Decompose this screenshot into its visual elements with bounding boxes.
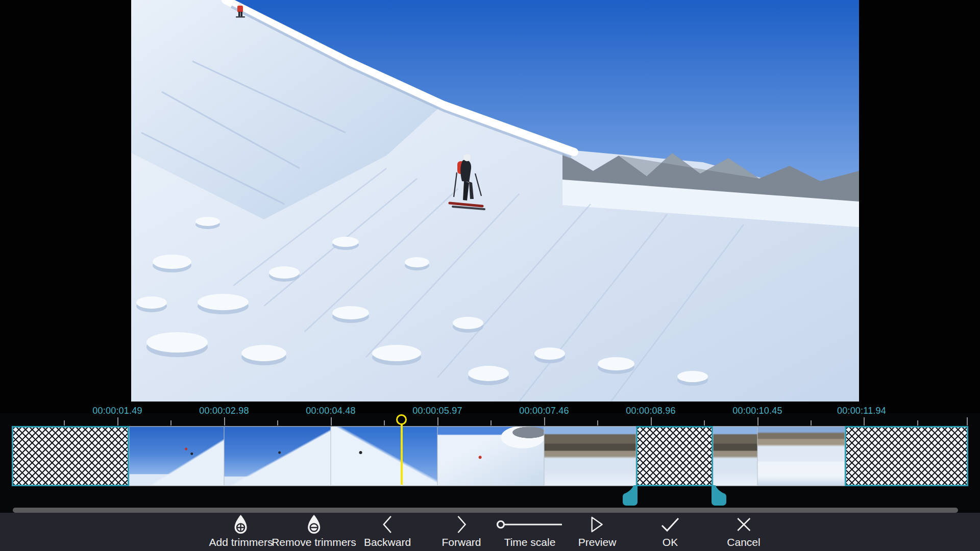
timeline-timestamp: 00:00:07.46 xyxy=(519,406,569,416)
ruler-tick xyxy=(544,417,545,425)
add-trimmers-button[interactable]: Add trimmers xyxy=(209,513,273,551)
cancel-button[interactable]: Cancel xyxy=(727,513,760,551)
playhead[interactable] xyxy=(396,414,407,425)
ruler-tick xyxy=(331,417,332,425)
toolbar-button-label: Cancel xyxy=(727,537,760,547)
ruler-tick xyxy=(384,420,385,425)
filmstrip-thumbnail[interactable] xyxy=(544,427,636,486)
backward-button[interactable]: Backward xyxy=(364,513,411,551)
timeline-timestamp: 00:00:02.98 xyxy=(199,406,249,416)
preview-button[interactable]: Preview xyxy=(578,513,617,551)
play-outline-icon xyxy=(590,516,604,533)
timeline-timestamp: 00:00:10.45 xyxy=(732,406,782,416)
add-trimmers-icon xyxy=(233,514,249,535)
ruler-tick xyxy=(757,417,758,425)
filmstrip-thumbnail[interactable] xyxy=(757,427,845,486)
timeline-timestamp: 00:00:04.48 xyxy=(306,406,355,416)
toolbar-button-label: Remove trimmers xyxy=(272,537,356,547)
trimmed-region-middle[interactable] xyxy=(636,426,713,486)
filmstrip[interactable] xyxy=(12,426,968,486)
playhead-line xyxy=(401,423,403,485)
ruler-tick xyxy=(597,420,598,425)
toolbar-button-label: Preview xyxy=(578,537,617,547)
toolbar-button-label: Time scale xyxy=(504,537,556,547)
remove-trimmers-button[interactable]: Remove trimmers xyxy=(272,513,356,551)
ruler-tick xyxy=(277,420,278,425)
ruler-tick xyxy=(864,417,865,425)
ruler-tick xyxy=(491,420,492,425)
video-preview xyxy=(131,0,859,402)
ruler-tick xyxy=(967,417,968,425)
chevron-right-icon xyxy=(455,515,468,534)
ruler-tick xyxy=(170,420,172,425)
ruler-tick xyxy=(651,417,652,425)
close-icon xyxy=(736,516,752,533)
ruler-tick xyxy=(64,420,65,425)
toolbar-button-label: Forward xyxy=(442,537,481,547)
toolbar-button-label: Add trimmers xyxy=(209,537,273,547)
chevron-left-icon xyxy=(381,515,394,534)
filmstrip-thumbnail[interactable] xyxy=(224,427,331,486)
timeline-timestamp: 00:00:08.96 xyxy=(626,406,675,416)
trim-video-screen: 00:00:01.49 00:00:02.98 00:00:04.48 00:0… xyxy=(0,0,980,551)
toolbar-button-label: OK xyxy=(663,537,678,547)
trimmed-region-start[interactable] xyxy=(12,426,129,486)
toolbar-button-label: Backward xyxy=(364,537,411,547)
ruler-tick xyxy=(117,417,118,425)
filmstrip-thumbnail[interactable] xyxy=(713,427,757,486)
timeline-timestamp: 00:00:11.94 xyxy=(837,406,886,416)
ruler-tick xyxy=(704,420,705,425)
ruler-tick xyxy=(917,420,918,425)
filmstrip-thumbnail[interactable] xyxy=(331,427,437,486)
time-scale-slider-icon xyxy=(496,519,564,530)
filmstrip-thumbnail[interactable] xyxy=(129,427,224,486)
remove-trimmers-icon xyxy=(306,514,322,535)
trim-handle-right[interactable] xyxy=(711,485,726,506)
timeline-scrollbar[interactable] xyxy=(13,508,958,513)
filmstrip-thumbnail[interactable] xyxy=(437,427,544,486)
ruler-tick xyxy=(811,420,812,425)
trimmed-region-end[interactable] xyxy=(845,426,968,486)
video-stage xyxy=(0,0,980,413)
timeline-timestamp: 00:00:01.49 xyxy=(92,406,142,416)
toolbar: Add trimmers Remove trimmers Backward Fo… xyxy=(0,513,980,551)
ruler-tick xyxy=(224,417,225,425)
ruler-tick xyxy=(437,417,438,425)
forward-button[interactable]: Forward xyxy=(442,513,481,551)
ok-button[interactable]: OK xyxy=(660,513,680,551)
timeline-timestamp: 00:00:05.97 xyxy=(412,406,462,416)
check-icon xyxy=(660,517,680,532)
time-scale-slider[interactable]: Time scale xyxy=(496,513,564,551)
trim-handle-left[interactable] xyxy=(623,485,638,506)
